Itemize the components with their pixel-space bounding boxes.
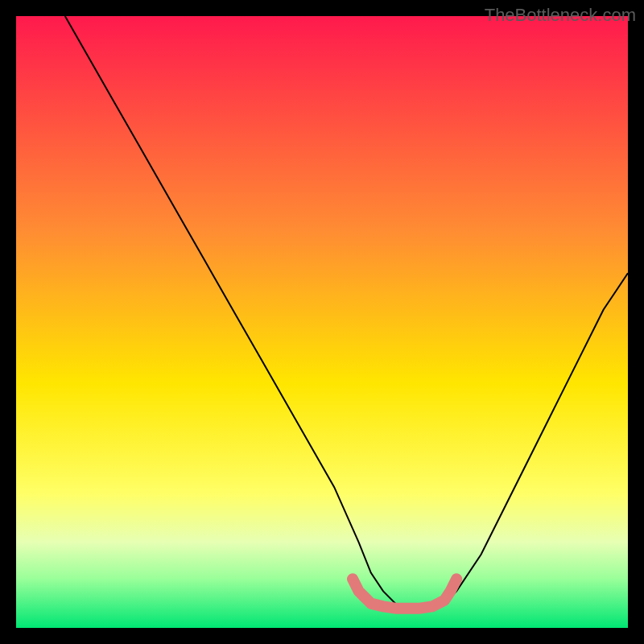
chart-plot-area (16, 16, 628, 628)
gradient-background (16, 16, 628, 628)
watermark-text: TheBottleneck.com (485, 5, 636, 26)
chart-svg (16, 16, 628, 628)
